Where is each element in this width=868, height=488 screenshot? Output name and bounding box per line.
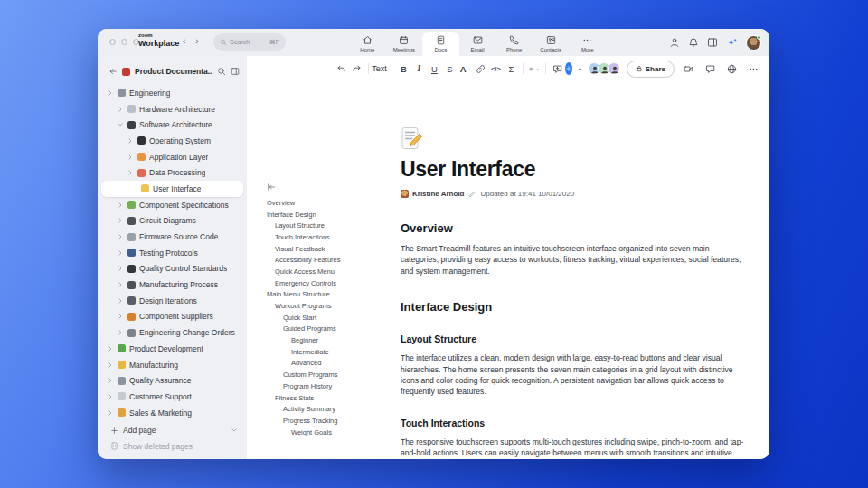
chevron-right-icon[interactable] xyxy=(107,393,114,400)
sidebar-back-icon[interactable] xyxy=(108,67,118,76)
sidebar-item-user-interface[interactable]: User Interface xyxy=(101,181,243,197)
redo-button[interactable] xyxy=(349,61,364,77)
tab-docs[interactable]: Docs xyxy=(422,32,459,56)
underline-button[interactable]: U xyxy=(427,61,442,77)
notifications-icon[interactable] xyxy=(688,37,699,48)
bold-button[interactable]: B xyxy=(396,61,411,77)
outline-item-touch-interactions[interactable]: Touch Interactions xyxy=(267,231,397,243)
equation-button[interactable]: Σ xyxy=(504,61,519,77)
forward-button[interactable]: › xyxy=(195,36,198,46)
sidebar-collapse-icon[interactable] xyxy=(231,67,240,76)
sidebar-item-manufacturing[interactable]: Manufacturing xyxy=(98,357,247,373)
chevron-right-icon[interactable] xyxy=(117,106,124,113)
sidebar-item-product-development[interactable]: Product Development xyxy=(98,341,247,357)
chat-button[interactable] xyxy=(703,61,718,77)
outline-item-guided-programs[interactable]: Guided Programs xyxy=(267,324,397,335)
outline-item-overview[interactable]: Overview xyxy=(267,197,397,209)
collapse-toolbar-button[interactable] xyxy=(572,61,588,77)
sidebar-item-hardware-architecture[interactable]: Hardware Architecture xyxy=(98,101,247,117)
tab-phone[interactable]: Phone xyxy=(495,29,533,56)
chevron-right-icon[interactable] xyxy=(107,377,114,384)
back-button[interactable]: ‹ xyxy=(183,36,185,46)
outline-item-quick-start[interactable]: Quick Start xyxy=(267,312,397,324)
sidebar-item-component-specifications[interactable]: Component Specifications xyxy=(98,197,247,213)
chevron-right-icon[interactable] xyxy=(117,297,124,305)
chevron-right-icon[interactable] xyxy=(107,345,114,352)
chevron-down-icon[interactable] xyxy=(231,427,238,434)
code-button[interactable]: </> xyxy=(488,61,504,77)
outline-item-accessibility-features[interactable]: Accessibility Features xyxy=(267,254,397,266)
chevron-right-icon[interactable] xyxy=(117,265,124,272)
outline-item-program-history[interactable]: Program History xyxy=(267,380,397,392)
chevron-right-icon[interactable] xyxy=(127,137,134,145)
italic-button[interactable]: I xyxy=(411,61,427,77)
sidebar-item-sales-marketing[interactable]: Sales & Marketing xyxy=(98,405,247,421)
share-button[interactable]: Share xyxy=(627,61,675,78)
sidebar-item-firmware-source-code[interactable]: Firmware Source Code xyxy=(98,229,247,245)
comment-button[interactable] xyxy=(550,61,565,77)
sidebar-item-component-suppliers[interactable]: Component Suppliers xyxy=(98,309,247,325)
sidebar-item-operating-system[interactable]: Operating System xyxy=(98,133,247,149)
chevron-right-icon[interactable] xyxy=(107,89,114,97)
toggle-panel-icon[interactable] xyxy=(707,37,718,48)
search-input[interactable] xyxy=(230,39,262,45)
sidebar-item-quality-control-standards[interactable]: Quality Control Standards xyxy=(98,261,247,277)
tab-email[interactable]: Email xyxy=(459,29,496,56)
language-button[interactable] xyxy=(724,61,740,77)
outline-item-beginner[interactable]: Beginner xyxy=(267,334,397,346)
document-content[interactable]: User Interface Kristine Arnold Updated a… xyxy=(401,127,744,459)
sidebar-item-engineering-change-orders[interactable]: Engineering Change Orders xyxy=(98,324,247,341)
outline-item-interface-design[interactable]: Interface Design xyxy=(267,209,397,221)
sidebar-item-manufacturing-process[interactable]: Manufacturing Process xyxy=(98,277,247,293)
tab-home[interactable]: Home xyxy=(349,29,386,56)
outline-item-workout-programs[interactable]: Workout Programs xyxy=(267,300,397,312)
link-button[interactable] xyxy=(473,61,488,77)
chevron-right-icon[interactable] xyxy=(117,313,124,320)
sidebar-search-icon[interactable] xyxy=(217,67,226,76)
sidebar-item-quality-assurance[interactable]: Quality Assurance xyxy=(98,372,247,389)
outline-item-fitness-stats[interactable]: Fitness Stats xyxy=(267,392,397,404)
chevron-right-icon[interactable] xyxy=(117,329,124,336)
window-controls[interactable] xyxy=(109,39,139,45)
chevron-right-icon[interactable] xyxy=(117,249,124,257)
add-page-button[interactable]: Add page xyxy=(98,422,247,438)
chevron-right-icon[interactable] xyxy=(117,217,124,224)
sidebar-item-engineering[interactable]: Engineering xyxy=(98,85,247,101)
close-window-button[interactable] xyxy=(109,39,116,45)
text-color-dropdown[interactable]: A xyxy=(458,61,473,77)
profile-icon[interactable] xyxy=(669,37,680,48)
sidebar-item-customer-support[interactable]: Customer Support xyxy=(98,389,247,405)
collaborator-avatar[interactable] xyxy=(608,62,620,75)
ai-companion-icon[interactable] xyxy=(726,37,738,49)
chevron-right-icon[interactable] xyxy=(107,409,114,417)
align-dropdown[interactable] xyxy=(526,61,542,77)
chevron-right-icon[interactable] xyxy=(117,233,124,240)
sidebar-item-data-processing[interactable]: Data Processing xyxy=(98,164,247,181)
sidebar-item-application-layer[interactable]: Application Layer xyxy=(98,149,247,165)
undo-button[interactable] xyxy=(334,61,349,77)
strikethrough-button[interactable]: S xyxy=(442,61,458,77)
outline-item-visual-feedback[interactable]: Visual Feedback xyxy=(267,243,397,255)
outline-item-progress-tracking[interactable]: Progress Tracking xyxy=(267,415,397,427)
outline-item-emergency-controls[interactable]: Emergency Controls xyxy=(267,277,397,289)
text-style-dropdown[interactable]: Text xyxy=(372,61,388,77)
tab-contacts[interactable]: Contacts xyxy=(533,29,570,56)
sidebar-item-design-iterations[interactable]: Design Iterations xyxy=(98,293,247,309)
sidebar-item-testing-protocols[interactable]: Testing Protocols xyxy=(98,245,247,261)
collapse-outline-icon[interactable] xyxy=(267,183,276,192)
global-search[interactable]: ⌘F xyxy=(213,33,286,51)
chevron-right-icon[interactable] xyxy=(127,169,134,176)
tab-meetings[interactable]: Meetings xyxy=(386,29,423,56)
tab-more[interactable]: More xyxy=(569,29,606,56)
show-deleted-pages-button[interactable]: Show deleted pages xyxy=(98,438,247,455)
video-call-button[interactable] xyxy=(681,61,696,77)
user-avatar[interactable] xyxy=(746,35,761,51)
sidebar-item-software-architecture[interactable]: Software Architecture xyxy=(98,117,247,133)
outline-item-main-menu-structure[interactable]: Main Menu Structure xyxy=(267,289,397,301)
outline-item-quick-access-menu[interactable]: Quick Access Menu xyxy=(267,266,397,277)
insert-block-button[interactable] xyxy=(565,62,572,75)
workspace-title[interactable]: Product Documenta... xyxy=(135,67,212,76)
outline-item-custom-programs[interactable]: Custom Programs xyxy=(267,369,397,380)
chevron-right-icon[interactable] xyxy=(117,202,124,209)
outline-item-activity-summary[interactable]: Activity Summary xyxy=(267,403,397,415)
